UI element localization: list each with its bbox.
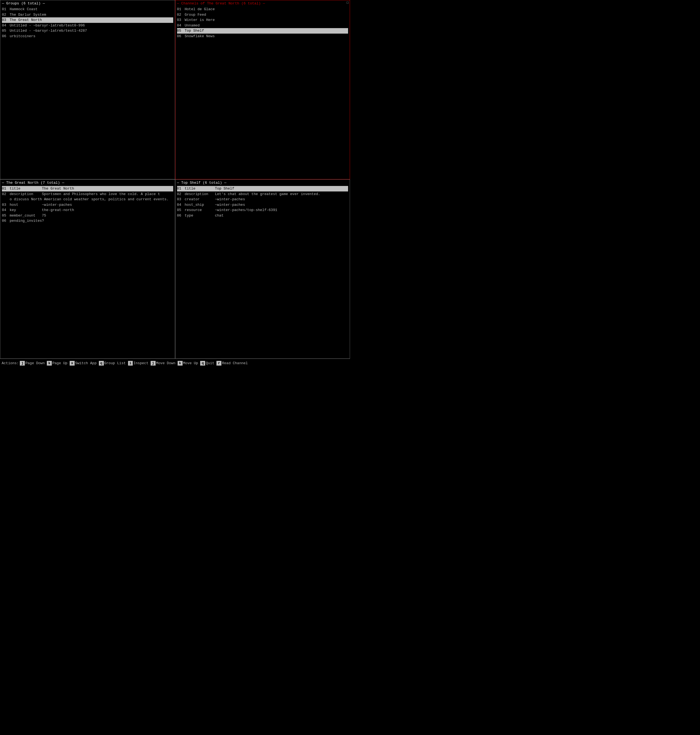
action-page-down[interactable]: Page Down <box>25 361 45 365</box>
list-item[interactable]: 02 The Darlur System <box>2 12 173 18</box>
groups-title: — Groups (6 total) — <box>2 1 173 6</box>
action-key-q-group[interactable]: q <box>99 361 104 365</box>
channels-pane: — Channels of The Great North (6 total) … <box>175 0 350 179</box>
action-page-up[interactable]: Page Up <box>52 361 68 365</box>
action-key-j2[interactable]: j <box>151 361 156 365</box>
list-item[interactable]: 04 Untitled - ~barsyr-latreb/test0-996 <box>2 23 173 28</box>
action-key-k2[interactable]: k <box>178 361 182 365</box>
main-grid: — Groups (6 total) — 01 Hammock Coast 02… <box>0 0 350 359</box>
action-key-j[interactable]: j <box>20 361 25 365</box>
action-switch-app[interactable]: Switch App <box>75 361 97 365</box>
channel-detail-pane: — Top Shelf (6 total) — 01 title Top She… <box>175 179 350 359</box>
action-key-x[interactable]: x <box>70 361 75 365</box>
channel-detail-row-description: 02 description Let's chat about the grea… <box>177 191 349 197</box>
actions-prefix-label: Actions: <box>1 361 19 365</box>
detail-row-description: 02 description Sportsmen and Philosopher… <box>2 191 173 197</box>
action-key-k[interactable]: k <box>47 361 52 365</box>
list-item[interactable]: 02 Group Feed <box>177 12 349 18</box>
action-read-channel[interactable]: Read Channel <box>222 361 248 365</box>
list-item[interactable]: 06 urbitcoiners <box>2 34 173 39</box>
detail-row-title: 01 title The Great North <box>2 186 173 191</box>
detail-row-key: 04 key the-great-north <box>2 208 173 213</box>
close-icon[interactable]: □ <box>347 1 349 5</box>
channel-detail-row-creator: 03 creator ~winter-paches <box>177 197 349 202</box>
detail-row-member-count: 05 member_count 75 <box>2 213 173 218</box>
channel-detail-list: 01 title Top Shelf 02 description Let's … <box>177 186 349 218</box>
list-item[interactable]: 01 Hotel de Glace <box>177 7 349 12</box>
group-detail-list: 01 title The Great North 02 description … <box>2 186 173 224</box>
action-move-down[interactable]: Move Down <box>156 361 175 365</box>
channel-detail-row-title: 01 title Top Shelf <box>177 186 349 191</box>
channel-detail-title: — Top Shelf (6 total) — <box>177 181 349 185</box>
action-move-up[interactable]: Move Up <box>183 361 198 365</box>
group-detail-pane: — The Great North (7 total) — 01 title T… <box>0 179 175 359</box>
list-item[interactable]: 01 Hammock Coast <box>2 7 173 12</box>
groups-list[interactable]: 01 Hammock Coast 02 The Darlur System 03… <box>2 7 173 39</box>
channels-title: — Channels of The Great North (6 total) … <box>177 1 349 6</box>
channel-detail-row-type: 06 type chat <box>177 213 349 218</box>
channels-list[interactable]: 01 Hotel de Glace 02 Group Feed 03 Winte… <box>177 7 349 39</box>
action-key-i[interactable]: i <box>128 361 133 365</box>
detail-row-host: 03 host ~winter-paches <box>2 202 173 208</box>
list-item-selected[interactable]: 03 The Great North <box>2 17 173 23</box>
list-item[interactable]: 05 Untitled - ~barsyr-latreb/test1-4287 <box>2 28 173 34</box>
groups-pane: — Groups (6 total) — 01 Hammock Coast 02… <box>0 0 175 179</box>
list-item[interactable]: 03 Winter is Here <box>177 17 349 23</box>
action-key-q2[interactable]: q <box>200 361 205 365</box>
action-key-r[interactable]: r <box>216 361 221 365</box>
action-inspect[interactable]: Inspect <box>133 361 149 365</box>
list-item-selected[interactable]: 05 Top Shelf <box>177 28 349 34</box>
list-item[interactable]: 04 Unnamed <box>177 23 349 28</box>
action-bar: Actions: j Page Down k Page Up x Switch … <box>0 359 350 367</box>
channel-detail-row-host-ship: 04 host_ship ~winter-paches <box>177 202 349 208</box>
detail-row-pending-invites: 06 pending_invites ? <box>2 218 173 224</box>
group-detail-title: — The Great North (7 total) — <box>2 181 173 185</box>
list-item[interactable]: 06 Snowflake News <box>177 34 349 39</box>
action-quit[interactable]: Quit <box>206 361 214 365</box>
action-group-list[interactable]: Group List <box>104 361 126 365</box>
detail-row-description-cont: o discuss North American cold weather sp… <box>2 197 173 202</box>
channel-detail-row-resource: 05 resource ~winter-paches/top-shelf-639… <box>177 208 349 213</box>
